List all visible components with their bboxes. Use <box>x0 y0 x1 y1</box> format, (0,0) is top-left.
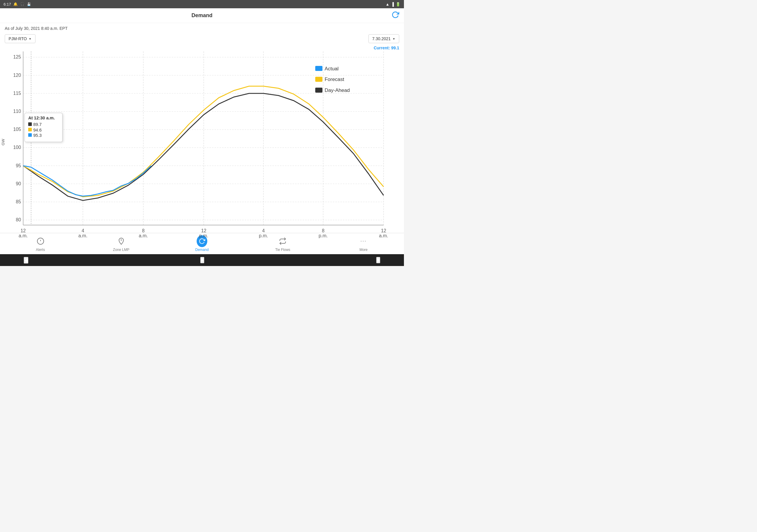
alarm-icon: 🔔 <box>13 2 18 6</box>
chart-wrapper: GW 125 <box>0 51 404 233</box>
svg-text:a.m.: a.m. <box>78 233 87 238</box>
legend: Actual Forecast Day-Ahead <box>315 66 350 93</box>
svg-text:95.3: 95.3 <box>33 133 42 138</box>
date-dropdown[interactable]: 7.30.2021 ▼ <box>369 34 399 43</box>
svg-text:Forecast: Forecast <box>325 76 344 82</box>
svg-text:a.m.: a.m. <box>139 233 148 238</box>
svg-text:At 12:30 a.m.: At 12:30 a.m. <box>28 116 55 120</box>
chart-inner: 125 120 115 110 105 <box>6 51 402 233</box>
app-container: Demand As of July 30, 2021 8:40 a.m. EPT… <box>0 8 404 254</box>
svg-rect-49 <box>315 87 322 93</box>
android-recent-button[interactable]: ■ <box>376 257 380 263</box>
status-time: 6:17 🔔 🎧 💾 <box>4 2 31 7</box>
svg-text:12: 12 <box>381 228 386 233</box>
svg-text:100: 100 <box>13 145 21 150</box>
nav-label-zone-lmp: Zone LMP <box>113 248 129 252</box>
svg-text:115: 115 <box>13 91 21 96</box>
date-dropdown-arrow: ▼ <box>392 37 395 41</box>
status-bar: 6:17 🔔 🎧 💾 ▲ ▐ 🔋 <box>0 0 404 8</box>
svg-text:105: 105 <box>13 127 21 132</box>
page-title: Demand <box>191 13 212 18</box>
svg-text:4: 4 <box>262 228 265 233</box>
forecast-line <box>23 86 383 197</box>
refresh-button[interactable] <box>391 11 399 20</box>
chart-svg: 125 120 115 110 105 <box>6 51 402 240</box>
nav-label-tie-flows: Tie Flows <box>275 248 290 252</box>
svg-text:85: 85 <box>16 199 21 204</box>
svg-text:89.7: 89.7 <box>33 122 42 127</box>
nav-label-alerts: Alerts <box>36 248 45 252</box>
svg-text:8: 8 <box>322 228 324 233</box>
svg-text:4: 4 <box>82 228 84 233</box>
android-nav: ◀ ● ■ <box>0 254 404 266</box>
svg-text:a.m.: a.m. <box>19 233 28 238</box>
svg-text:95: 95 <box>16 163 21 168</box>
svg-text:125: 125 <box>13 54 21 59</box>
signal-icon: ▐ <box>391 2 394 7</box>
svg-text:90: 90 <box>16 181 21 186</box>
svg-text:a.m.: a.m. <box>379 233 388 238</box>
svg-text:Actual: Actual <box>325 66 339 72</box>
region-dropdown-arrow: ▼ <box>29 37 32 41</box>
timestamp: As of July 30, 2021 8:40 a.m. EPT <box>0 23 404 33</box>
svg-rect-55 <box>28 128 32 131</box>
status-icons: ▲ ▐ 🔋 <box>386 2 400 7</box>
x-axis-labels: 12 a.m. 4 a.m. 8 a.m. 12 p.m. 4 p.m. 8 p… <box>19 228 388 238</box>
y-axis-label: GW <box>0 51 6 233</box>
header: Demand <box>0 8 404 23</box>
current-value: 99.1 <box>391 45 399 50</box>
time-display: 6:17 <box>4 2 11 7</box>
nav-label-more: More <box>360 248 368 252</box>
svg-text:120: 120 <box>13 73 21 78</box>
svg-text:80: 80 <box>16 217 21 222</box>
svg-rect-47 <box>315 77 322 82</box>
svg-rect-53 <box>28 122 32 126</box>
storage-icon: 💾 <box>27 2 31 6</box>
svg-text:12: 12 <box>201 228 206 233</box>
date-label: 7.30.2021 <box>372 36 391 41</box>
day-ahead-line <box>23 93 383 200</box>
battery-icon: 🔋 <box>396 2 400 7</box>
svg-rect-57 <box>28 133 32 137</box>
chart-svg-container: 125 120 115 110 105 <box>6 51 402 240</box>
current-label: Current: <box>374 45 390 50</box>
tooltip: At 12:30 a.m. 89.7 94.6 95.3 <box>24 113 62 142</box>
svg-text:8: 8 <box>142 228 145 233</box>
svg-text:p.m.: p.m. <box>318 233 328 238</box>
region-label: PJM-RTO <box>9 36 27 41</box>
svg-text:p.m.: p.m. <box>259 233 268 238</box>
headset-icon: 🎧 <box>20 2 24 6</box>
current-value-row: Current: 99.1 <box>0 45 404 51</box>
android-home-button[interactable]: ● <box>200 257 204 263</box>
svg-text:12: 12 <box>21 228 26 233</box>
wifi-icon: ▲ <box>386 2 389 7</box>
svg-rect-45 <box>315 66 322 71</box>
region-dropdown[interactable]: PJM-RTO ▼ <box>5 34 36 43</box>
controls-row: PJM-RTO ▼ 7.30.2021 ▼ <box>0 33 404 45</box>
actual-line <box>23 166 151 196</box>
svg-text:p.m.: p.m. <box>199 233 208 238</box>
svg-text:Day-Ahead: Day-Ahead <box>325 87 350 93</box>
svg-text:94.6: 94.6 <box>33 127 42 132</box>
nav-label-demand: Demand <box>195 248 208 252</box>
svg-text:110: 110 <box>13 109 21 114</box>
android-back-button[interactable]: ◀ <box>24 257 28 264</box>
